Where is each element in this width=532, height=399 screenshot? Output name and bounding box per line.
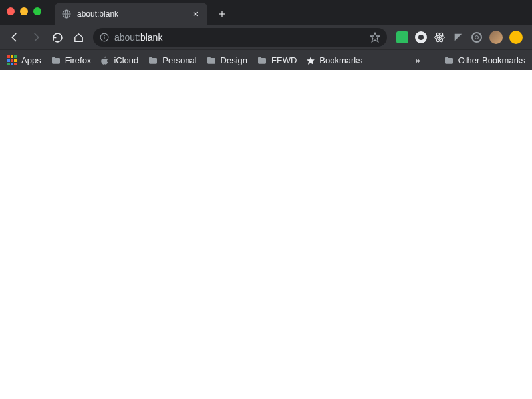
folder-icon xyxy=(51,55,61,66)
toolbar: about:blank xyxy=(0,25,532,49)
folder-icon xyxy=(257,55,267,66)
browser-tab[interactable]: about:blank xyxy=(55,3,207,25)
bookmark-icloud[interactable]: iCloud xyxy=(100,55,138,66)
bookmark-folder-firefox[interactable]: Firefox xyxy=(51,55,92,66)
reload-button[interactable] xyxy=(48,28,66,47)
bookmark-label: Firefox xyxy=(65,55,92,65)
folder-icon xyxy=(444,55,454,66)
bookmark-label: Bookmarks xyxy=(319,55,362,65)
star-icon xyxy=(306,56,315,65)
new-tab-button[interactable] xyxy=(213,5,231,23)
titlebar: about:blank xyxy=(0,0,532,25)
extension-icon[interactable] xyxy=(471,31,483,43)
folder-icon xyxy=(148,55,158,66)
folder-icon xyxy=(206,55,217,66)
svg-point-10 xyxy=(439,37,441,39)
bookmark-star-icon[interactable] xyxy=(370,32,380,43)
page-content xyxy=(0,70,532,399)
bookmark-label: iCloud xyxy=(114,55,138,65)
url-text: about:blank xyxy=(114,32,364,43)
traffic-lights xyxy=(7,7,41,15)
tab-strip: about:blank xyxy=(55,0,231,25)
other-bookmarks-folder[interactable]: Other Bookmarks xyxy=(444,55,525,66)
bookmark-label: Design xyxy=(221,55,247,65)
profile-icon[interactable] xyxy=(509,31,523,44)
address-bar[interactable]: about:blank xyxy=(93,28,387,47)
svg-marker-9 xyxy=(370,33,379,41)
extension-icons xyxy=(392,31,527,44)
svg-marker-14 xyxy=(455,34,462,41)
bookmark-bookmarks[interactable]: Bookmarks xyxy=(306,55,362,65)
globe-icon xyxy=(61,9,72,19)
bookmark-folder-personal[interactable]: Personal xyxy=(148,55,196,66)
back-button[interactable] xyxy=(5,28,24,47)
react-devtools-icon[interactable] xyxy=(434,31,446,43)
info-icon xyxy=(100,33,109,42)
bookmark-label: Other Bookmarks xyxy=(458,55,525,65)
bookmarks-overflow-button[interactable]: » xyxy=(412,55,424,65)
window-close-button[interactable] xyxy=(7,7,15,15)
bookmark-label: Apps xyxy=(21,55,41,65)
svg-marker-15 xyxy=(307,57,315,65)
svg-point-8 xyxy=(104,35,105,36)
browser-window: about:blank about:blank xyxy=(0,0,532,399)
bookmark-folder-fewd[interactable]: FEWD xyxy=(257,55,297,66)
bookmark-label: FEWD xyxy=(271,55,297,65)
bookmarks-bar: Apps Firefox iCloud Personal Design FEWD… xyxy=(0,49,532,70)
extension-icon[interactable] xyxy=(415,31,427,43)
bookmark-folder-design[interactable]: Design xyxy=(206,55,247,66)
extension-icon[interactable] xyxy=(452,31,464,43)
window-maximize-button[interactable] xyxy=(33,7,41,15)
apps-shortcut[interactable]: Apps xyxy=(7,55,41,66)
tab-close-button[interactable] xyxy=(190,9,201,19)
account-avatar-icon[interactable] xyxy=(489,31,503,44)
divider xyxy=(434,55,434,66)
home-button[interactable] xyxy=(69,28,88,47)
tab-title: about:blank xyxy=(77,9,185,19)
forward-button[interactable] xyxy=(27,28,45,47)
bookmark-label: Personal xyxy=(162,55,196,65)
window-minimize-button[interactable] xyxy=(20,7,28,15)
apple-icon xyxy=(100,55,110,66)
apps-grid-icon xyxy=(7,55,17,66)
evernote-extension-icon[interactable] xyxy=(396,31,408,43)
